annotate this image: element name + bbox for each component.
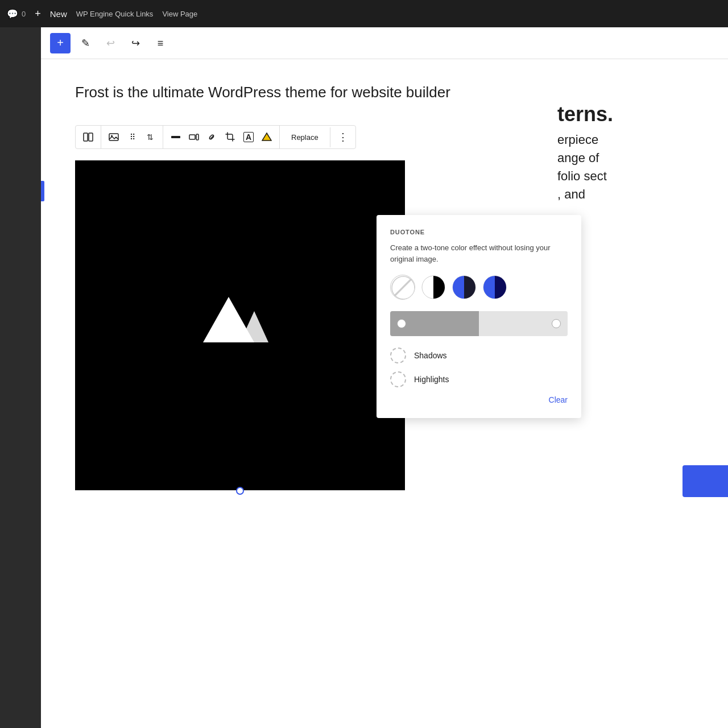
- slider-right-handle[interactable]: [552, 319, 561, 328]
- svg-rect-6: [196, 134, 198, 140]
- editor-area: + ✎ ↩ ↪ ≡ Frost is the ultimate WordPres…: [41, 27, 728, 728]
- swatch-none-icon: [391, 275, 415, 300]
- more-group: ⋮: [330, 126, 355, 148]
- list-icon: ≡: [158, 38, 164, 48]
- replace-button[interactable]: Replace: [283, 130, 326, 145]
- slider-left-track: [390, 311, 479, 336]
- swatch-dark[interactable]: [421, 275, 446, 300]
- highlights-label: Highlights: [414, 375, 449, 384]
- move-up-down-button[interactable]: ⇅: [141, 128, 159, 146]
- swatch-none[interactable]: [390, 275, 415, 300]
- drag-button[interactable]: ⠿: [123, 128, 141, 146]
- crop-icon: [225, 132, 235, 142]
- slider-right-track: [479, 311, 568, 336]
- shadows-row[interactable]: Shadows: [390, 348, 568, 363]
- svg-rect-18: [452, 276, 464, 299]
- comment-indicator: 💬 0: [7, 9, 26, 19]
- comment-icon: 💬: [7, 9, 18, 19]
- duotone-swatches: [390, 275, 568, 300]
- swatch-blue-dark-icon: [452, 275, 477, 300]
- admin-bar: 💬 0 + New WP Engine Quick Links View Pag…: [0, 0, 728, 27]
- align-right-icon: [189, 132, 199, 142]
- align-right-button[interactable]: [185, 128, 203, 146]
- svg-rect-0: [84, 133, 88, 141]
- right-text-3: ange of: [557, 151, 717, 166]
- sidebar: [0, 27, 41, 728]
- right-text-1: terns.: [557, 101, 717, 128]
- align-full-icon: [171, 132, 181, 142]
- right-content: terns. erpiece ange of folio sect , and: [557, 101, 728, 202]
- media-text-icon: [83, 132, 93, 142]
- blue-indicator: [41, 181, 44, 201]
- plus-icon: +: [57, 36, 64, 49]
- blue-partial-button[interactable]: [682, 465, 728, 497]
- text-icon: A: [243, 132, 254, 142]
- image-tools-group: ⠿ ⇅: [101, 126, 163, 148]
- block-type-group: [76, 126, 101, 148]
- swatch-blue[interactable]: [482, 275, 507, 300]
- svg-rect-2: [109, 134, 118, 140]
- comment-count: 0: [22, 10, 26, 18]
- wp-engine-link[interactable]: WP Engine Quick Links: [76, 10, 154, 18]
- pen-icon: ✎: [81, 37, 90, 49]
- clear-button[interactable]: Clear: [390, 395, 568, 404]
- link-button[interactable]: [203, 128, 221, 146]
- block-toolbar: ⠿ ⇅: [75, 125, 356, 149]
- slider-left-handle[interactable]: [397, 319, 406, 328]
- drag-icon: ⠿: [130, 133, 135, 142]
- hero-text: Frost is the ultimate WordPress theme fo…: [75, 82, 694, 102]
- duotone-button[interactable]: [258, 128, 276, 146]
- new-icon: +: [35, 8, 41, 20]
- undo-button[interactable]: ↩: [100, 33, 121, 53]
- crop-button[interactable]: [221, 128, 239, 146]
- svg-marker-7: [262, 133, 271, 140]
- link-icon: [207, 132, 217, 142]
- text-overlay-button[interactable]: A: [239, 128, 258, 146]
- shadows-color-circle[interactable]: [390, 348, 406, 363]
- redo-button[interactable]: ↪: [125, 33, 146, 53]
- swatch-blue-dark[interactable]: [452, 275, 477, 300]
- svg-rect-15: [433, 276, 445, 299]
- duotone-slider[interactable]: [390, 311, 568, 336]
- list-view-button[interactable]: ≡: [150, 33, 171, 53]
- image-canvas[interactable]: [75, 160, 405, 490]
- duotone-description: Create a two-tone color effect without l…: [390, 242, 568, 264]
- highlights-row[interactable]: Highlights: [390, 371, 568, 387]
- resize-handle[interactable]: [236, 487, 244, 495]
- align-full-button[interactable]: [167, 128, 185, 146]
- shadows-label: Shadows: [414, 351, 447, 360]
- more-icon: ⋮: [338, 131, 348, 143]
- image-logo: [195, 280, 286, 371]
- view-page-link[interactable]: View Page: [162, 10, 197, 18]
- svg-rect-1: [89, 133, 93, 141]
- image-icon: [109, 132, 119, 142]
- undo-icon: ↩: [106, 37, 115, 49]
- media-text-button[interactable]: [79, 128, 97, 146]
- arrows-icon: ⇅: [147, 133, 154, 142]
- duotone-popover: DUOTONE Create a two-tone color effect w…: [377, 215, 581, 418]
- redo-icon: ↪: [131, 37, 140, 49]
- right-text-4: folio sect: [557, 169, 717, 184]
- duotone-label: DUOTONE: [390, 229, 568, 235]
- more-options-button[interactable]: ⋮: [334, 128, 352, 146]
- svg-rect-5: [189, 135, 195, 139]
- svg-rect-22: [482, 276, 495, 299]
- right-text-5: , and: [557, 187, 717, 202]
- image-button[interactable]: [105, 128, 123, 146]
- highlights-color-circle[interactable]: [390, 371, 406, 387]
- svg-rect-23: [495, 276, 507, 299]
- image-block: [75, 160, 405, 490]
- pen-button[interactable]: ✎: [75, 33, 96, 53]
- svg-rect-19: [464, 276, 477, 299]
- swatch-blue-icon: [482, 275, 507, 300]
- swatch-dark-icon: [421, 275, 446, 300]
- align-group: A: [163, 126, 280, 148]
- svg-rect-4: [171, 136, 180, 138]
- add-block-button[interactable]: +: [50, 33, 71, 53]
- editor-toolbar: + ✎ ↩ ↪ ≡: [41, 27, 728, 59]
- new-label[interactable]: New: [50, 9, 67, 19]
- replace-group: Replace: [280, 127, 330, 147]
- right-text-2: erpiece: [557, 133, 717, 147]
- triangle-icon: [262, 132, 272, 142]
